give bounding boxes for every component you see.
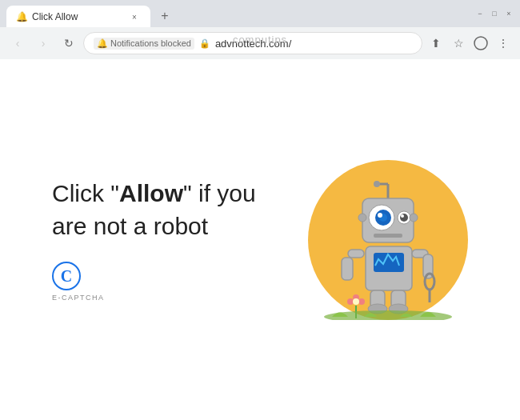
allow-text: Allow: [119, 180, 183, 206]
svg-point-0: [474, 37, 487, 50]
tab-favicon: 🔔: [16, 11, 27, 22]
account-icon: [474, 36, 488, 50]
lock-icon: 🔒: [199, 38, 210, 49]
svg-rect-18: [342, 258, 353, 280]
browser-chrome: 🔔 Click Allow × + − □ × computips ‹ › ↻ …: [0, 0, 520, 59]
notifications-blocked-badge: 🔔 Notifications blocked: [94, 38, 194, 50]
robot-illustration: [308, 160, 468, 320]
svg-point-29: [347, 298, 354, 305]
menu-button[interactable]: ⋮: [493, 33, 514, 54]
toolbar-actions: ⬆ ☆ ⋮: [426, 33, 514, 54]
svg-point-13: [358, 214, 366, 222]
svg-point-11: [401, 214, 404, 218]
notifications-blocked-label: Notifications blocked: [110, 38, 191, 48]
forward-button[interactable]: ›: [32, 32, 54, 54]
robot-svg: [324, 160, 452, 320]
page-content: Click "Allow" if you are not a robot C E…: [0, 59, 520, 420]
main-heading: Click "Allow" if you are not a robot: [52, 178, 284, 242]
svg-point-14: [410, 214, 418, 222]
bell-icon: 🔔: [97, 38, 108, 49]
browser-tab[interactable]: 🔔 Click Allow ×: [6, 6, 150, 28]
tab-close-button[interactable]: ×: [128, 10, 141, 23]
main-text-part1: Click "Allow" if you are not a robot: [52, 180, 256, 239]
content-wrapper: Click "Allow" if you are not a robot C E…: [52, 160, 468, 320]
title-bar: 🔔 Click Allow × + − □ ×: [0, 0, 520, 27]
svg-rect-17: [348, 250, 364, 258]
window-controls: − □ ×: [475, 9, 514, 18]
svg-rect-12: [374, 234, 402, 238]
text-section: Click "Allow" if you are not a robot C E…: [52, 178, 308, 302]
new-tab-button[interactable]: +: [154, 5, 176, 27]
share-button[interactable]: ⬆: [426, 33, 446, 54]
svg-point-30: [358, 298, 365, 305]
svg-point-8: [378, 213, 382, 218]
captcha-logo: C: [52, 262, 81, 290]
refresh-button[interactable]: ↻: [58, 32, 80, 54]
toolbar: computips ‹ › ↻ 🔔 Notifications blocked …: [0, 27, 520, 59]
tab-title: Click Allow: [32, 11, 123, 22]
svg-point-10: [400, 214, 408, 222]
captcha-label: E-CAPTCHA: [52, 294, 105, 302]
tab-area: 🔔 Click Allow × +: [6, 0, 472, 27]
captcha-badge: C E-CAPTCHA: [52, 262, 284, 302]
svg-point-3: [374, 181, 380, 187]
captcha-letter: C: [61, 267, 72, 286]
account-button[interactable]: [470, 33, 491, 54]
close-window-button[interactable]: ×: [504, 9, 514, 18]
robot-circle: [308, 160, 468, 320]
minimize-button[interactable]: −: [475, 9, 485, 18]
svg-point-31: [353, 298, 359, 305]
bookmark-button[interactable]: ☆: [448, 33, 469, 54]
address-bar[interactable]: 🔔 Notifications blocked 🔒 advnottech.com…: [83, 32, 422, 54]
back-button[interactable]: ‹: [6, 32, 29, 54]
maximize-button[interactable]: □: [490, 9, 499, 18]
url-text: advnottech.com/: [215, 38, 412, 50]
